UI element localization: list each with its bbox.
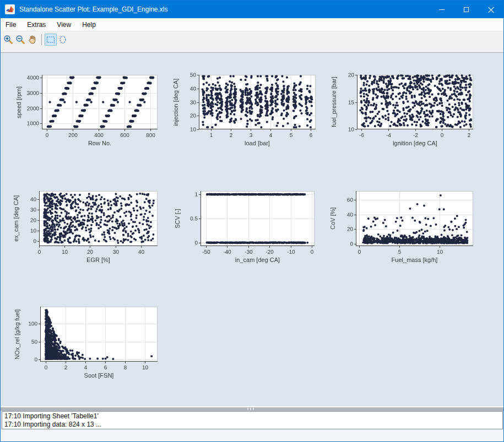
menubar: File Extras View Help	[1, 18, 503, 31]
plot-fuelpressure-vs-ignition-canvas[interactable]	[329, 69, 480, 144]
y-axis-label: NOx_rel [g/kg fuel]	[14, 307, 21, 362]
x-axis-label: Row No.	[42, 140, 158, 146]
matlab-app-icon	[5, 4, 15, 14]
plot-cov-vs-fuelmass-canvas[interactable]	[328, 185, 480, 260]
ellipse-select-icon	[58, 35, 68, 45]
plot-nox-vs-soot-canvas[interactable]	[13, 301, 164, 376]
log-line-1: 17:10 Importing Sheet 'Tabelle1'	[4, 412, 502, 421]
y-axis-label: CoV [%]	[329, 191, 337, 246]
plot-fuelpressure-vs-ignition: ignition [deg CA] fuel_pressure [bar]	[329, 69, 480, 152]
plot-excam-vs-egr-canvas[interactable]	[12, 185, 164, 260]
close-button[interactable]	[479, 1, 503, 18]
app-window: Standalone Scatter Plot: Example_GDI_Eng…	[0, 0, 504, 442]
minimize-button[interactable]	[429, 1, 454, 18]
plot-scv-vs-incam-canvas[interactable]	[173, 185, 321, 260]
menu-view[interactable]: View	[51, 19, 77, 31]
splitter-handle[interactable]	[1, 406, 503, 411]
plot-injection-vs-load: load [bar] injection [deg CA]	[171, 69, 322, 152]
zoom-out-button[interactable]	[14, 34, 26, 46]
toolbar	[1, 31, 503, 53]
x-axis-label: ignition [deg CA]	[357, 140, 473, 146]
minimize-icon	[439, 9, 445, 10]
titlebar[interactable]: Standalone Scatter Plot: Example_GDI_Eng…	[1, 1, 503, 18]
plot-excam-vs-egr: EGR [%] ex_cam [deg CA]	[12, 185, 164, 269]
zoom-in-icon	[3, 35, 13, 45]
plot-speed-vs-row-canvas[interactable]	[14, 69, 164, 144]
maximize-icon	[464, 7, 469, 12]
log-panel: 17:10 Importing Sheet 'Tabelle1' 17:10 I…	[2, 411, 503, 429]
y-axis-label: fuel_pressure [bar]	[330, 75, 338, 129]
plot-speed-vs-row: Row No. speed [rpm]	[14, 69, 164, 152]
menu-help[interactable]: Help	[77, 19, 101, 31]
plot-nox-vs-soot: Soot [FSN] NOx_rel [g/kg fuel]	[13, 301, 164, 385]
y-axis-label: injection [deg CA]	[172, 75, 180, 129]
maximize-button[interactable]	[454, 1, 479, 18]
splitter-grip-icon	[247, 408, 254, 410]
x-axis-label: Soot [FSN]	[40, 372, 158, 379]
menu-extras[interactable]: Extras	[21, 19, 51, 31]
y-axis-label: ex_cam [deg CA]	[13, 191, 20, 246]
menu-file[interactable]: File	[1, 19, 21, 31]
log-line-2: 17:10 Importing data: 824 x 13 ...	[4, 421, 502, 429]
ellipse-select-button[interactable]	[57, 34, 69, 46]
zoom-in-button[interactable]	[2, 34, 14, 46]
x-axis-label: Fuel_mass [kg/h]	[356, 257, 473, 263]
rect-select-icon	[46, 35, 56, 45]
toolbar-separator	[41, 34, 42, 45]
bottom-strip	[1, 429, 503, 442]
pan-button[interactable]	[26, 34, 39, 46]
y-axis-label: SCV [-]	[174, 191, 181, 246]
zoom-out-icon	[15, 35, 25, 45]
plot-cov-vs-fuelmass: Fuel_mass [kg/h] CoV [%]	[328, 185, 480, 269]
x-axis-label: load [bar]	[199, 140, 316, 146]
figure-area: Row No. speed [rpm] load [bar] injection…	[1, 53, 503, 406]
rect-select-button[interactable]	[45, 34, 57, 46]
x-axis-label: EGR [%]	[39, 257, 158, 263]
y-axis-label: speed [rpm]	[15, 75, 23, 129]
window-title: Standalone Scatter Plot: Example_GDI_Eng…	[19, 6, 167, 13]
plot-scv-vs-incam: in_cam [deg CA] SCV [-]	[173, 185, 321, 269]
x-axis-label: in_cam [deg CA]	[200, 257, 315, 263]
plot-injection-vs-load-canvas[interactable]	[171, 69, 322, 144]
close-icon	[488, 7, 494, 13]
pan-hand-icon	[28, 35, 37, 45]
